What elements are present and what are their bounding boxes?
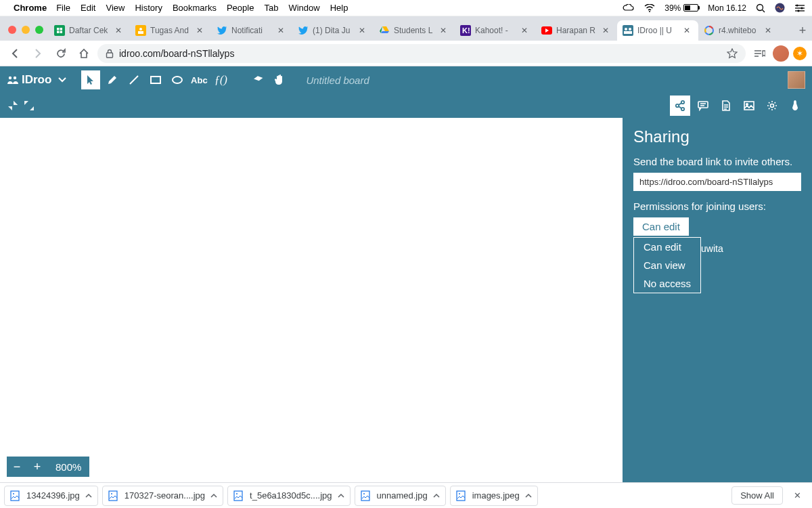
download-chevron-icon[interactable]	[525, 494, 532, 498]
tab-close-icon[interactable]: ✕	[440, 26, 449, 35]
spotlight-icon[interactable]	[756, 3, 765, 13]
tab-favicon	[54, 25, 65, 36]
svg-point-34	[676, 104, 679, 107]
siri-icon[interactable]	[775, 3, 785, 13]
download-chevron-icon[interactable]	[85, 494, 92, 498]
extension-icon[interactable]: ✶	[793, 47, 807, 60]
back-button[interactable]	[5, 44, 24, 63]
window-controls	[5, 26, 49, 41]
tab-close-icon[interactable]: ✕	[359, 26, 368, 35]
rectangle-tool[interactable]	[146, 70, 165, 89]
download-chevron-icon[interactable]	[338, 494, 344, 498]
formula-tool[interactable]: ƒ()	[211, 70, 230, 89]
permission-option-noaccess[interactable]: No access	[634, 274, 700, 293]
menu-view[interactable]: View	[106, 3, 125, 13]
browser-tab[interactable]: Tugas And✕	[130, 20, 211, 41]
tab-close-icon[interactable]: ✕	[196, 26, 206, 35]
menu-file[interactable]: File	[56, 3, 70, 13]
show-all-downloads-button[interactable]: Show All	[731, 486, 783, 505]
zoom-value[interactable]: 800%	[47, 461, 89, 473]
current-user-avatar[interactable]	[788, 71, 805, 89]
wifi-icon[interactable]	[644, 4, 655, 12]
svg-point-9	[798, 9, 800, 12]
window-minimize-button[interactable]	[22, 26, 30, 34]
menu-people[interactable]: People	[227, 3, 254, 13]
window-maximize-button[interactable]	[35, 26, 43, 34]
tab-title: (1) Dita Ju	[313, 26, 355, 35]
browser-tab[interactable]: (1) Dita Ju✕	[292, 20, 374, 41]
reload-button[interactable]	[51, 44, 70, 63]
tab-close-icon[interactable]: ✕	[602, 26, 612, 35]
settings-gear-icon[interactable]	[762, 96, 782, 116]
browser-tab[interactable]: Harapan R✕	[536, 20, 617, 41]
reading-list-icon[interactable]	[750, 44, 769, 63]
expand-arrow-out-icon[interactable]	[23, 100, 35, 112]
download-item[interactable]: unnamed.jpg	[355, 486, 446, 506]
menu-window[interactable]: Window	[288, 3, 319, 13]
download-item[interactable]: 170327-seoran....jpg	[102, 486, 223, 506]
select-tool[interactable]	[81, 70, 100, 89]
document-icon[interactable]	[716, 96, 736, 116]
tab-close-icon[interactable]: ✕	[765, 26, 774, 35]
collapse-arrow-in-icon[interactable]	[7, 100, 19, 112]
app-name[interactable]: Chrome	[14, 3, 47, 13]
ellipse-tool[interactable]	[168, 70, 187, 89]
browser-tab[interactable]: r4.whitebo✕	[698, 20, 780, 41]
new-tab-button[interactable]: +	[793, 21, 812, 40]
zoom-out-button[interactable]: −	[7, 460, 27, 474]
forward-button[interactable]	[28, 44, 47, 63]
download-item[interactable]: images.jpeg	[450, 486, 538, 506]
board-menu-dropdown[interactable]	[58, 77, 66, 83]
share-link-input[interactable]: https://idroo.com/board-nSTllalyps	[633, 173, 801, 191]
permission-option-view[interactable]: Can view	[634, 256, 700, 274]
profile-avatar[interactable]	[773, 45, 789, 62]
browser-tab[interactable]: Notificati✕	[211, 20, 292, 41]
browser-tab[interactable]: IDroo || U✕	[617, 20, 698, 41]
close-downloads-bar-button[interactable]: ✕	[787, 490, 808, 501]
whiteboard-canvas[interactable]	[0, 118, 623, 482]
text-tool[interactable]: Abc	[189, 70, 208, 89]
permission-option-edit[interactable]: Can edit	[634, 238, 700, 256]
battery-status[interactable]: 39%	[664, 3, 698, 13]
window-close-button[interactable]	[8, 26, 16, 34]
tab-favicon	[379, 25, 390, 36]
board-title[interactable]: Untitled board	[306, 75, 369, 86]
browser-tab[interactable]: K!Kahoot! - ✕	[455, 20, 536, 41]
tab-close-icon[interactable]: ✕	[115, 26, 125, 35]
tab-close-icon[interactable]: ✕	[521, 26, 531, 35]
file-image-icon	[233, 490, 244, 501]
control-center-icon[interactable]	[794, 4, 805, 12]
address-bar[interactable]: idroo.com/board-nSTllalyps	[97, 44, 746, 63]
menu-help[interactable]: Help	[330, 3, 348, 13]
clock[interactable]: Mon 16.12	[708, 3, 746, 13]
home-button[interactable]	[74, 44, 93, 63]
chat-icon[interactable]	[693, 96, 713, 116]
tab-close-icon[interactable]: ✕	[277, 26, 287, 35]
menu-tab[interactable]: Tab	[264, 3, 278, 13]
browser-tab[interactable]: Students L✕	[374, 20, 455, 41]
share-icon[interactable]	[670, 96, 690, 116]
line-tool[interactable]	[125, 70, 143, 89]
tab-title: Kahoot! -	[475, 26, 517, 35]
svg-rect-25	[107, 53, 113, 58]
tab-close-icon[interactable]: ✕	[683, 26, 693, 35]
eraser-tool[interactable]	[249, 70, 268, 89]
idroo-logo[interactable]: IDroo	[7, 73, 51, 87]
download-item[interactable]: t_5e6a1830d5c....jpg	[227, 486, 350, 506]
image-icon[interactable]	[739, 96, 759, 116]
permissions-dropdown: Can edit Can view No access	[633, 237, 701, 293]
zoom-in-button[interactable]: +	[27, 460, 47, 474]
permissions-select[interactable]: Can edit	[633, 217, 689, 236]
download-item[interactable]: 13424396.jpg	[4, 486, 98, 506]
brush-icon[interactable]	[785, 96, 805, 116]
download-chevron-icon[interactable]	[433, 494, 440, 498]
download-chevron-icon[interactable]	[210, 494, 217, 498]
menu-edit[interactable]: Edit	[81, 3, 95, 13]
menu-bookmarks[interactable]: Bookmarks	[173, 3, 217, 13]
menu-history[interactable]: History	[135, 3, 162, 13]
pan-tool[interactable]	[271, 70, 290, 89]
pen-tool[interactable]	[103, 70, 122, 89]
browser-tab[interactable]: Daftar Cek✕	[49, 20, 130, 41]
creative-cloud-icon[interactable]	[623, 4, 635, 12]
bookmark-star-icon[interactable]	[727, 48, 738, 59]
